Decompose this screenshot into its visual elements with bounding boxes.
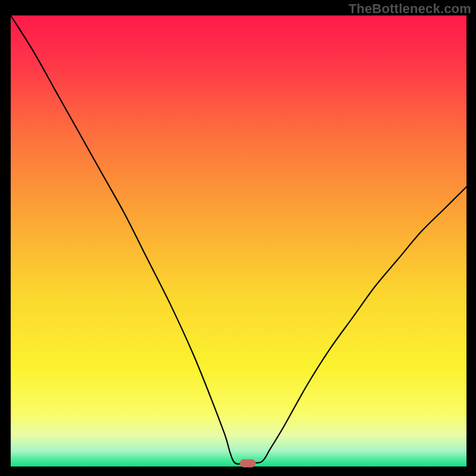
- attribution-label: TheBottleneck.com: [349, 1, 471, 17]
- optimal-marker: [240, 459, 256, 468]
- bottleneck-chart: [0, 0, 476, 476]
- plot-background: [11, 15, 466, 466]
